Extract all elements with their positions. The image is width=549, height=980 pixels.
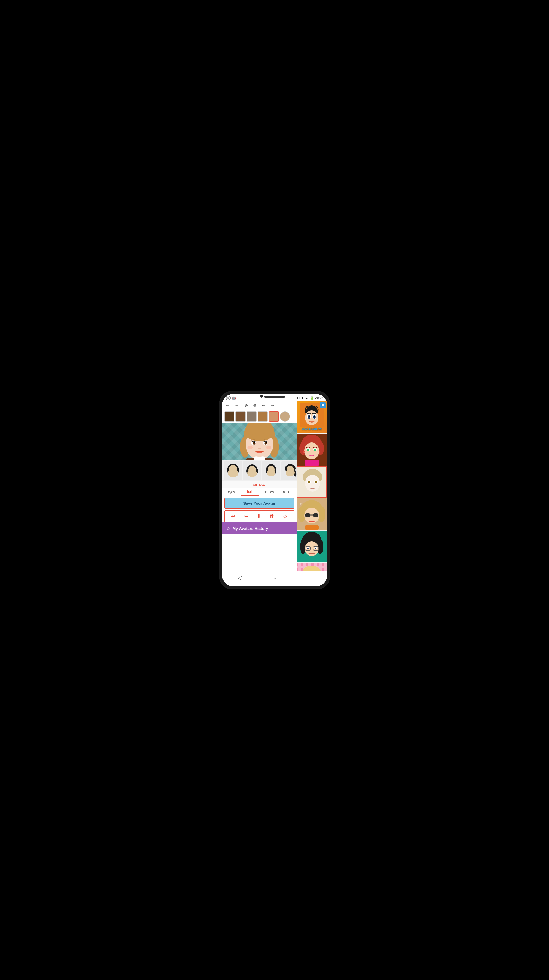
hair-item-1[interactable] xyxy=(224,461,242,480)
svg-rect-67 xyxy=(305,514,310,517)
svg-point-14 xyxy=(266,446,271,449)
svg-point-32 xyxy=(305,410,318,425)
tab-eyes[interactable]: eyes xyxy=(222,488,241,496)
svg-point-82 xyxy=(315,547,317,549)
svg-point-35 xyxy=(308,415,310,419)
category-tabs: eyes hair clothes backs xyxy=(222,488,297,496)
tab-hair[interactable]: hair xyxy=(241,488,259,496)
color-swatches xyxy=(222,410,297,423)
time-display: 20:23 xyxy=(315,396,323,400)
swatch-1[interactable] xyxy=(224,412,234,422)
share-ext-button[interactable]: ↪ xyxy=(242,512,250,520)
svg-point-53 xyxy=(305,475,320,492)
svg-point-37 xyxy=(309,416,310,417)
redo-button[interactable]: ↪ xyxy=(270,402,275,409)
status-left: 73 🤖 xyxy=(226,396,236,400)
history-label: My Avatars History xyxy=(232,526,268,531)
battery-icon: 🔋 xyxy=(310,396,314,400)
svg-point-11 xyxy=(266,442,267,443)
phone-camera xyxy=(260,395,263,398)
svg-point-46 xyxy=(307,449,309,451)
svg-point-9 xyxy=(264,442,267,445)
messenger-badge: 💬 xyxy=(320,402,326,408)
download-button[interactable]: ⬇ xyxy=(255,512,263,520)
gallery-item-dark-glasses[interactable] xyxy=(297,531,327,562)
hair-item-2[interactable] xyxy=(243,461,261,480)
save-btn-wrapper: Save Your Avatar xyxy=(222,496,297,510)
right-panel: 💬 AVATARIUM xyxy=(297,401,327,571)
phone-speaker xyxy=(264,396,285,398)
svg-point-50 xyxy=(319,451,320,453)
nav-recent-button[interactable]: □ xyxy=(303,574,317,582)
svg-point-30 xyxy=(286,466,294,473)
hair-item-3[interactable] xyxy=(262,461,280,480)
svg-point-10 xyxy=(254,442,255,443)
svg-point-57 xyxy=(315,481,317,483)
phone-frame: 73 🤖 ⊖ ▼ ▲ 🔋 20:23 xyxy=(219,391,330,589)
svg-point-12 xyxy=(258,447,261,449)
hair-selection xyxy=(222,460,297,481)
delete-button[interactable]: 🗑 xyxy=(267,512,277,520)
left-panel: ← → ⊖ ⊕ ↩ ↪ xyxy=(222,401,297,571)
main-content: ← → ⊖ ⊕ ↩ ↪ xyxy=(222,401,327,586)
zoom-out-button[interactable]: ⊖ xyxy=(243,402,249,409)
gallery-item-redhead[interactable] xyxy=(297,434,327,466)
status-bar: 73 🤖 ⊖ ▼ ▲ 🔋 20:23 xyxy=(222,394,327,401)
swatch-2[interactable] xyxy=(236,412,245,422)
history-icon: ☺ xyxy=(226,526,231,531)
nav-bar: ◁ ○ □ xyxy=(222,571,327,586)
svg-point-38 xyxy=(314,416,315,417)
svg-point-22 xyxy=(248,466,256,474)
reset-button[interactable]: ⟳ xyxy=(281,512,290,520)
tab-clothes[interactable]: clothes xyxy=(259,488,278,496)
avatarium-label: AVATARIUM xyxy=(302,427,321,431)
svg-rect-68 xyxy=(313,514,318,517)
svg-text:★: ★ xyxy=(299,502,302,506)
back-button[interactable]: ← xyxy=(224,402,231,408)
battery-level: 73 xyxy=(226,396,231,400)
zoom-in-button[interactable]: ⊕ xyxy=(252,402,258,409)
svg-point-8 xyxy=(253,442,255,445)
undo-button[interactable]: ↩ xyxy=(261,402,266,409)
nav-back-button[interactable]: ◁ xyxy=(232,574,247,582)
android-icon: 🤖 xyxy=(232,396,236,400)
screen: 73 🤖 ⊖ ▼ ▲ 🔋 20:23 xyxy=(222,394,327,586)
svg-point-13 xyxy=(247,446,253,449)
wifi-icon: ▼ xyxy=(301,396,304,400)
phone-inner: 73 🤖 ⊖ ▼ ▲ 🔋 20:23 xyxy=(222,394,327,586)
swatch-6[interactable] xyxy=(280,412,290,422)
svg-point-81 xyxy=(307,547,309,549)
gallery-item-sunglasses[interactable]: ★ ★ ★ xyxy=(297,498,327,530)
forward-button[interactable]: → xyxy=(234,402,240,408)
nav-home-button[interactable]: ○ xyxy=(268,574,282,582)
avatars-history-button[interactable]: ☺ My Avatars History xyxy=(222,522,297,535)
on-head-label: on head xyxy=(222,481,297,488)
network-icon: ▲ xyxy=(306,396,309,400)
svg-point-17 xyxy=(229,465,237,474)
svg-point-43 xyxy=(304,442,319,460)
editor-area: ← → ⊖ ⊕ ↩ ↪ xyxy=(222,401,327,571)
share-button[interactable]: ↩ xyxy=(229,512,237,520)
toolbar: ← → ⊖ ⊕ ↩ ↪ xyxy=(222,401,297,410)
gallery-item-avatarium[interactable]: 💬 AVATARIUM xyxy=(297,401,327,433)
hair-item-4[interactable] xyxy=(281,461,297,480)
save-avatar-button[interactable]: Save Your Avatar xyxy=(224,498,294,509)
gallery-item-blonde-red-eyes[interactable] xyxy=(297,563,327,571)
status-right: ⊖ ▼ ▲ 🔋 20:23 xyxy=(297,396,323,400)
svg-point-47 xyxy=(314,449,316,451)
svg-point-49 xyxy=(303,451,305,453)
swatch-4[interactable] xyxy=(258,412,268,422)
svg-point-56 xyxy=(308,481,310,483)
svg-rect-48 xyxy=(305,460,319,466)
avatar-canvas xyxy=(222,423,297,460)
action-buttons: ↩ ↪ ⬇ 🗑 ⟳ xyxy=(224,510,294,522)
gallery-item-blonde-selected[interactable] xyxy=(297,466,327,498)
swatch-3[interactable] xyxy=(247,412,257,422)
signal-icon: ⊖ xyxy=(297,396,299,400)
svg-rect-66 xyxy=(305,525,319,530)
svg-point-36 xyxy=(313,415,316,419)
tab-backs[interactable]: backs xyxy=(278,488,296,496)
swatch-5-selected[interactable] xyxy=(269,412,279,422)
svg-point-27 xyxy=(268,466,275,473)
